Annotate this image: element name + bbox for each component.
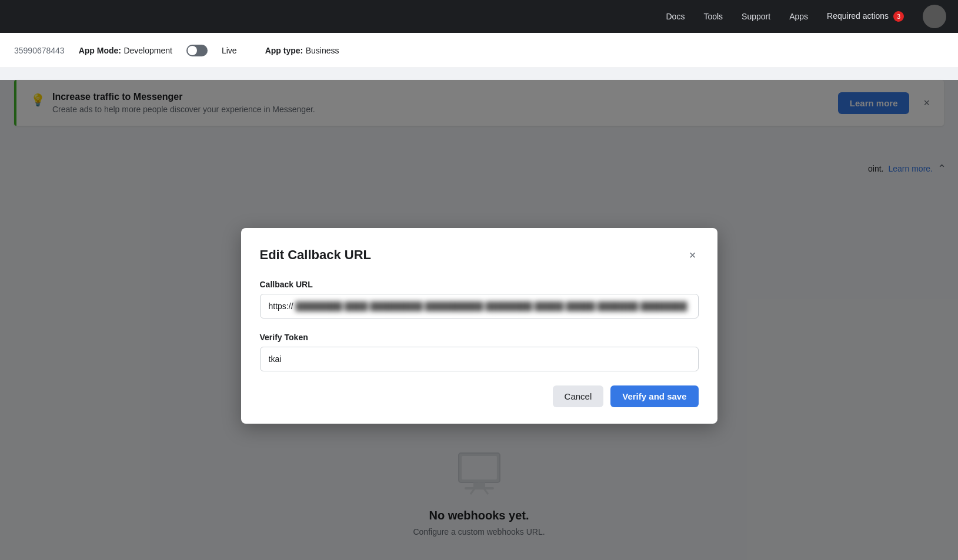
- app-type-business: Business: [306, 46, 339, 55]
- url-prefix: https://: [269, 301, 293, 311]
- top-nav: Docs Tools Support Apps Required actions…: [0, 0, 958, 33]
- verify-and-save-button[interactable]: Verify and save: [610, 385, 698, 407]
- verify-token-field: Verify Token: [260, 333, 699, 371]
- app-mode-section: App Mode: Development: [79, 45, 172, 56]
- edit-callback-url-modal: Edit Callback URL × Callback URL https:/…: [241, 228, 717, 424]
- live-label: Live: [222, 46, 237, 55]
- nav-docs[interactable]: Docs: [666, 12, 685, 21]
- main-content: 💡 Increase traffic to Messenger Create a…: [0, 80, 958, 560]
- modal-footer: Cancel Verify and save: [260, 385, 699, 407]
- callback-url-container: https:// ████████ ████ █████████ ███████…: [260, 294, 699, 318]
- nav-tools[interactable]: Tools: [703, 12, 723, 21]
- app-mode-label: App Mode:: [79, 46, 121, 55]
- app-mode-development: Development: [123, 46, 172, 55]
- verify-token-label: Verify Token: [260, 333, 699, 342]
- app-id: 35990678443: [14, 46, 65, 55]
- callback-url-label: Callback URL: [260, 280, 699, 289]
- nav-apps[interactable]: Apps: [789, 12, 808, 21]
- user-avatar-button[interactable]: [923, 5, 946, 28]
- modal-header: Edit Callback URL ×: [260, 247, 699, 263]
- url-blurred-value: ████████ ████ █████████ ██████████ █████…: [296, 301, 690, 311]
- app-mode-toggle[interactable]: [186, 45, 208, 56]
- nav-required-actions[interactable]: Required actions 3: [827, 11, 904, 22]
- app-type-section: App type: Business: [265, 45, 339, 56]
- app-type-label: App type:: [265, 46, 303, 55]
- modal-close-button[interactable]: ×: [687, 247, 699, 263]
- required-actions-badge: 3: [893, 11, 904, 22]
- modal-overlay: Edit Callback URL × Callback URL https:/…: [0, 80, 958, 560]
- verify-token-input[interactable]: [260, 347, 699, 371]
- callback-url-field: Callback URL https:// ████████ ████ ████…: [260, 280, 699, 318]
- sub-header: 35990678443 App Mode: Development Live A…: [0, 33, 958, 68]
- nav-support[interactable]: Support: [742, 12, 770, 21]
- modal-title: Edit Callback URL: [260, 247, 371, 263]
- cancel-button[interactable]: Cancel: [553, 385, 604, 407]
